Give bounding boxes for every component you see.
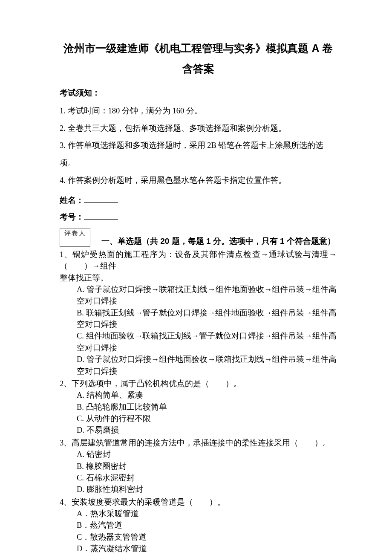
exam-no-field: 考号：: [60, 211, 337, 222]
doc-title-line2: 含答案: [60, 59, 337, 79]
notice-item-4: 4. 作答案例分析题时，采用黑色墨水笔在答题卡指定位置作答。: [60, 172, 337, 189]
q4-opt-b: B．蒸汽管道: [60, 520, 337, 531]
q3-opt-c: C. 石棉水泥密封: [60, 472, 337, 484]
notice-heading: 考试须知：: [60, 87, 337, 98]
notice-item-2: 2. 全卷共三大题，包括单项选择题、多项选择题和案例分析题。: [60, 120, 337, 137]
question-2: 2、下列选项中，属于凸轮机构优点的是（ ）。 A. 结构简单、紧凑 B. 凸轮轮…: [60, 378, 337, 436]
grader-box: 评卷人: [60, 228, 90, 247]
page-container: 沧州市一级建造师《机电工程管理与实务》模拟真题 A 卷 含答案 考试须知： 1.…: [0, 0, 392, 555]
question-3: 3、高层建筑管道常用的连接方法中，承插连接中的柔性连接采用（ ）。 A. 铅密封…: [60, 437, 337, 496]
notice-item-1: 1. 考试时间：180 分钟，满分为 160 分。: [60, 102, 337, 120]
doc-title-line1: 沧州市一级建造师《机电工程管理与实务》模拟真题 A 卷: [60, 38, 337, 59]
q2-opt-a: A. 结构简单、紧凑: [60, 390, 337, 401]
q1-stem-l1: 1、锅炉受热面的施工程序为：设备及其部件清点检查→通球试验与清理→（ ）→组件: [60, 249, 337, 272]
notice-item-3: 3. 作答单项选择题和多项选择题时，采用 2B 铅笔在答题卡上涂黑所选的选项。: [60, 137, 337, 171]
q2-stem: 2、下列选项中，属于凸轮机构优点的是（ ）。: [60, 378, 337, 390]
q1-opt-a: A. 管子就位对口焊接→联箱找正划线→组件地面验收→组件吊装→组件高空对口焊接: [60, 284, 337, 307]
q4-stem: 4、安装坡度要求最大的采暖管道是（ ）。: [60, 497, 337, 508]
exam-no-label: 考号：: [60, 213, 84, 221]
name-label: 姓名：: [60, 196, 84, 205]
q4-opt-a: A．热水采暖管道: [60, 508, 337, 520]
q3-opt-b: B. 橡胶圈密封: [60, 461, 337, 472]
section1-heading: 一、单选题（共 20 题，每题 1 分。选项中，只有 1 个符合题意）: [101, 235, 335, 248]
question-4: 4、安装坡度要求最大的采暖管道是（ ）。 A．热水采暖管道 B．蒸汽管道 C．散…: [60, 497, 337, 555]
name-field: 姓名：: [60, 195, 337, 205]
exam-no-blank: [84, 219, 118, 220]
q3-stem: 3、高层建筑管道常用的连接方法中，承插连接中的柔性连接采用（ ）。: [60, 437, 337, 449]
question-1: 1、锅炉受热面的施工程序为：设备及其部件清点检查→通球试验与清理→（ ）→组件 …: [60, 249, 337, 377]
q1-opt-d: D. 管子就位对口焊接→组件地面验收→联箱找正划线→组件吊装→组件高空对口焊接: [60, 354, 337, 377]
q2-opt-c: C. 从动件的行程不限: [60, 413, 337, 425]
q4-opt-d: D．蒸汽凝结水管道: [60, 543, 337, 555]
q4-opt-c: C．散热器支管管道: [60, 532, 337, 543]
name-blank: [84, 202, 118, 203]
q1-opt-c: C. 组件地面验收→联箱找正划线→管子就位对口焊接→组件吊装→组件高空对口焊接: [60, 330, 337, 354]
q1-stem-l2: 整体找正等。: [60, 272, 337, 284]
section-row: 一、单选题（共 20 题，每题 1 分。选项中，只有 1 个符合题意）: [60, 235, 337, 248]
q3-opt-d: D. 膨胀性填料密封: [60, 484, 337, 495]
q2-opt-b: B. 凸轮轮廓加工比较简单: [60, 402, 337, 413]
q3-opt-a: A. 铅密封: [60, 449, 337, 460]
q1-opt-b: B. 联箱找正划线→管子就位对口焊接→组件地面验收→组件吊装→组件高空对口焊接: [60, 307, 337, 331]
q2-opt-d: D. 不易磨损: [60, 425, 337, 436]
grader-label: 评卷人: [60, 228, 90, 238]
